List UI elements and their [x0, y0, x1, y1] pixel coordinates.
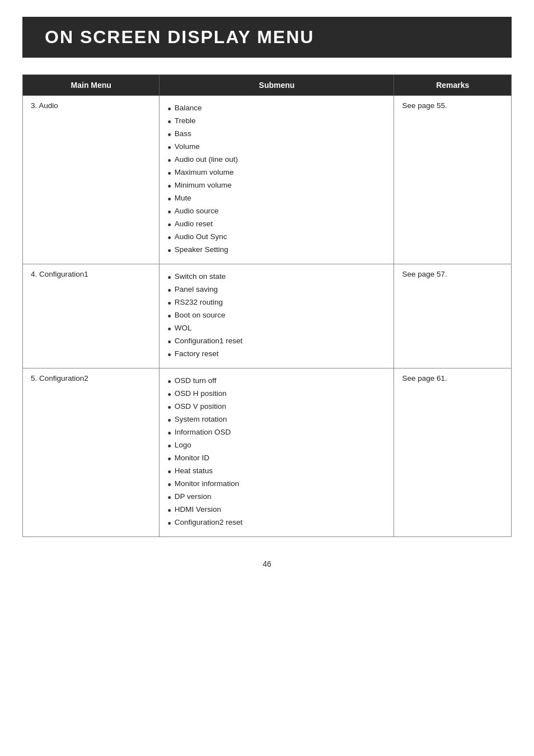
- submenu-item-label: Minimum volume: [175, 181, 232, 189]
- list-item: •Configuration1 reset: [167, 335, 386, 348]
- list-item: •Panel saving: [167, 284, 386, 297]
- bullet-icon: •: [167, 233, 171, 243]
- page-footer: 46: [0, 559, 534, 568]
- list-item: •Boot on source: [167, 310, 386, 323]
- list-item: •Audio reset: [167, 218, 386, 231]
- submenu-item-label: WOL: [175, 324, 192, 332]
- list-item: •Speaker Setting: [167, 244, 386, 257]
- list-item: •HDMI Version: [167, 504, 386, 517]
- submenu-item-label: Switch on state: [175, 272, 226, 281]
- list-item: •Audio source: [167, 206, 386, 218]
- submenu-item-label: Configuration2 reset: [175, 518, 243, 526]
- bullet-icon: •: [167, 390, 171, 400]
- bullet-icon: •: [167, 467, 171, 477]
- table-row: 3. Audio•Balance•Treble•Bass•Volume•Audi…: [23, 96, 512, 264]
- submenu-item-label: System rotation: [175, 415, 227, 423]
- list-item: •Maximum volume: [167, 167, 386, 180]
- submenu-cell: •Switch on state•Panel saving•RS232 rout…: [160, 264, 394, 368]
- bullet-icon: •: [167, 311, 171, 321]
- list-item: •Logo: [167, 440, 386, 452]
- submenu-item-label: Balance: [175, 104, 202, 112]
- submenu-item-label: Information OSD: [175, 428, 231, 436]
- submenu-item-label: Panel saving: [175, 285, 218, 293]
- submenu-item-label: Monitor ID: [175, 454, 209, 462]
- submenu-item-label: Maximum volume: [175, 168, 234, 176]
- submenu-item-label: Audio Out Sync: [175, 232, 227, 241]
- list-item: •RS232 routing: [167, 297, 386, 310]
- bullet-icon: •: [167, 130, 171, 140]
- main-menu-cell: 4. Configuration1: [23, 264, 160, 368]
- bullet-icon: •: [167, 286, 171, 296]
- list-item: •WOL: [167, 323, 386, 335]
- list-item: •System rotation: [167, 414, 386, 427]
- submenu-item-label: HDMI Version: [175, 505, 221, 514]
- submenu-item-label: Boot on source: [175, 311, 226, 319]
- col-header-submenu: Submenu: [160, 75, 394, 96]
- list-item: •OSD V position: [167, 401, 386, 414]
- main-table-wrapper: Main Menu Submenu Remarks 3. Audio•Balan…: [22, 74, 512, 537]
- remarks-cell: See page 57.: [394, 264, 512, 368]
- bullet-icon: •: [167, 156, 171, 166]
- bullet-icon: •: [167, 428, 171, 438]
- list-item: •Switch on state: [167, 271, 386, 284]
- bullet-icon: •: [167, 220, 171, 230]
- bullet-icon: •: [167, 454, 171, 464]
- bullet-icon: •: [167, 246, 171, 256]
- submenu-item-label: Speaker Setting: [175, 245, 228, 254]
- bullet-icon: •: [167, 181, 171, 192]
- submenu-item-label: Heat status: [175, 466, 213, 475]
- page-header: ON SCREEN DISPLAY MENU: [22, 17, 512, 58]
- bullet-icon: •: [167, 377, 171, 387]
- page-number: 46: [263, 559, 271, 568]
- list-item: •Monitor ID: [167, 452, 386, 465]
- submenu-item-label: Audio source: [175, 207, 219, 215]
- submenu-item-label: Bass: [175, 129, 191, 138]
- submenu-item-label: Logo: [175, 441, 191, 449]
- bullet-icon: •: [167, 169, 171, 179]
- submenu-item-label: OSD turn off: [175, 376, 217, 385]
- submenu-item-label: DP version: [175, 492, 212, 501]
- submenu-item-label: OSD V position: [175, 402, 226, 410]
- main-menu-cell: 5. Configuration2: [23, 368, 160, 537]
- list-item: •Audio Out Sync: [167, 231, 386, 244]
- bullet-icon: •: [167, 493, 171, 503]
- list-item: •Volume: [167, 141, 386, 154]
- list-item: •Factory reset: [167, 348, 386, 361]
- bullet-icon: •: [167, 480, 171, 490]
- page-title: ON SCREEN DISPLAY MENU: [45, 27, 489, 48]
- submenu-item-label: Treble: [175, 116, 196, 125]
- remarks-cell: See page 55.: [394, 96, 512, 264]
- list-item: •Minimum volume: [167, 180, 386, 193]
- bullet-icon: •: [167, 194, 171, 204]
- list-item: •OSD H position: [167, 388, 386, 401]
- bullet-icon: •: [167, 416, 171, 426]
- bullet-icon: •: [167, 104, 171, 114]
- submenu-cell: •OSD turn off•OSD H position•OSD V posit…: [160, 368, 394, 537]
- col-header-remarks: Remarks: [394, 75, 512, 96]
- bullet-icon: •: [167, 298, 171, 309]
- list-item: •Mute: [167, 193, 386, 206]
- table-row: 4. Configuration1•Switch on state•Panel …: [23, 264, 512, 368]
- bullet-icon: •: [167, 337, 171, 347]
- list-item: •Heat status: [167, 465, 386, 478]
- remarks-cell: See page 61.: [394, 368, 512, 537]
- submenu-item-label: Audio reset: [175, 220, 213, 228]
- table-row: 5. Configuration2•OSD turn off•OSD H pos…: [23, 368, 512, 537]
- submenu-item-label: Audio out (line out): [175, 155, 238, 164]
- submenu-item-label: OSD H position: [175, 389, 227, 398]
- list-item: •Treble: [167, 115, 386, 128]
- bullet-icon: •: [167, 207, 171, 217]
- bullet-icon: •: [167, 350, 171, 360]
- submenu-item-label: Configuration1 reset: [175, 337, 243, 345]
- bullet-icon: •: [167, 441, 171, 451]
- submenu-item-label: RS232 routing: [175, 298, 223, 306]
- col-header-main-menu: Main Menu: [23, 75, 160, 96]
- bullet-icon: •: [167, 506, 171, 516]
- bullet-icon: •: [167, 143, 171, 153]
- submenu-cell: •Balance•Treble•Bass•Volume•Audio out (l…: [160, 96, 394, 264]
- submenu-item-label: Monitor information: [175, 479, 240, 488]
- submenu-item-label: Volume: [175, 142, 200, 151]
- osd-menu-table: Main Menu Submenu Remarks 3. Audio•Balan…: [22, 74, 512, 537]
- list-item: •DP version: [167, 491, 386, 504]
- bullet-icon: •: [167, 273, 171, 283]
